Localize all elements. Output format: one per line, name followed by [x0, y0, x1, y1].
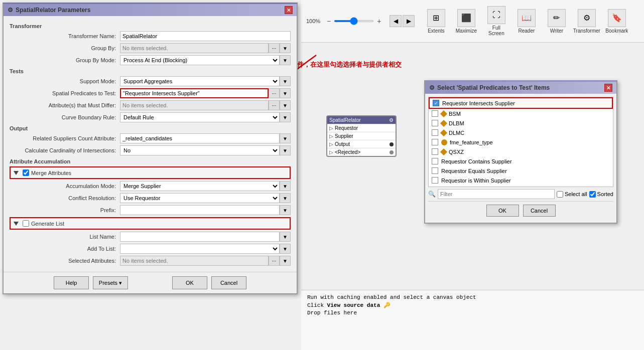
item-checkbox-dlmc[interactable]: [432, 129, 438, 136]
conflict-resolution-down-button[interactable]: ▼: [280, 193, 291, 203]
data-panel-view-source[interactable]: View source data: [327, 302, 380, 308]
accumulation-mode-row: Accumulation Mode: Merge Supplier ▼: [10, 181, 291, 191]
bookmark-button[interactable]: 🔖 Bookmark: [603, 7, 630, 36]
list-item[interactable]: DLBM: [429, 118, 613, 128]
help-button[interactable]: Help: [54, 276, 89, 289]
sub-dialog: ⚙ Select 'Spatial Predicates to Test' It…: [424, 80, 617, 224]
add-to-list-down-button[interactable]: ▼: [280, 244, 291, 254]
group-by-mode-row: Group By Mode: Process At End (Blocking)…: [10, 55, 291, 65]
reader-button[interactable]: 📖 Reader: [512, 7, 540, 36]
item-checkbox-qsxz[interactable]: [432, 148, 438, 155]
writer-button[interactable]: ✏ Writer: [543, 7, 570, 36]
data-panel-key-icon: 🔑: [383, 302, 391, 308]
data-panel-line1: Run with caching enabled and select a ca…: [307, 294, 638, 300]
presets-button[interactable]: Presets ▾: [93, 276, 128, 289]
nav-prev-btn[interactable]: ◀: [390, 15, 402, 27]
selected-attributes-input[interactable]: [120, 256, 269, 266]
dialog-close-button[interactable]: ✕: [285, 6, 293, 14]
accumulation-mode-down-button[interactable]: ▼: [280, 181, 291, 191]
attributes-differ-input[interactable]: [120, 100, 269, 110]
related-suppliers-down-button[interactable]: ▼: [280, 133, 291, 143]
item-label-dlmc: DLMC: [449, 130, 464, 136]
filter-icon: 🔍: [428, 191, 436, 198]
ok-button[interactable]: OK: [172, 276, 207, 289]
group-by-down-button[interactable]: ▼: [280, 43, 291, 53]
list-item[interactable]: DLMC: [429, 128, 613, 137]
curve-boundary-select[interactable]: Default Rule: [120, 112, 280, 122]
attributes-differ-dots-button[interactable]: ···: [269, 100, 280, 110]
transformer-settings-icon[interactable]: ⚙: [389, 117, 394, 123]
transformer-header: SpatialRelator ⚙: [327, 116, 396, 124]
calculate-cardinality-select[interactable]: No: [120, 145, 280, 155]
list-item[interactable]: Requestor Contains Supplier: [429, 156, 613, 166]
transformer-name-input[interactable]: [120, 31, 291, 41]
extents-button[interactable]: ⊞ Extents: [422, 7, 450, 36]
item-checkbox-requestor-intersects[interactable]: ✓: [433, 100, 439, 106]
support-mode-down-button[interactable]: ▼: [280, 76, 291, 86]
selected-attributes-row: Selected Attributes: ··· ▼: [10, 256, 291, 266]
list-item[interactable]: BSM: [429, 109, 613, 118]
item-label-fme: fme_feature_type: [450, 139, 493, 145]
merge-attributes-checkbox[interactable]: [23, 169, 29, 176]
group-by-mode-select[interactable]: Process At End (Blocking): [120, 55, 280, 65]
fullscreen-button[interactable]: ⛶ Full Screen: [482, 4, 510, 38]
zoom-plus-btn[interactable]: +: [376, 17, 382, 25]
selected-attributes-down-button[interactable]: ▼: [280, 256, 291, 266]
list-item[interactable]: Requestor Equals Supplier: [429, 166, 613, 176]
zoom-slider[interactable]: [334, 20, 374, 22]
related-suppliers-input[interactable]: [120, 133, 280, 143]
item-checkbox-touches[interactable]: [432, 187, 438, 187]
group-by-input[interactable]: [120, 43, 269, 53]
cancel-button[interactable]: Cancel: [211, 276, 246, 289]
transformer-button[interactable]: ⚙ Transformer: [573, 7, 600, 36]
spatial-predicates-dots-button[interactable]: ···: [269, 88, 280, 98]
filter-input[interactable]: [438, 189, 555, 199]
list-item[interactable]: QSXZ: [429, 147, 613, 156]
sub-ok-button[interactable]: OK: [486, 205, 519, 217]
nav-next-btn[interactable]: ▶: [403, 15, 415, 27]
spatial-predicates-input[interactable]: [120, 88, 269, 98]
item-checkbox-fme[interactable]: [432, 139, 438, 145]
group-by-mode-down-button[interactable]: ▼: [280, 55, 291, 65]
item-label-equals: Requestor Equals Supplier: [441, 168, 507, 174]
add-to-list-select[interactable]: [120, 244, 280, 254]
conflict-resolution-select[interactable]: Use Requestor: [120, 193, 280, 203]
selected-attributes-dots-button[interactable]: ···: [269, 256, 280, 266]
generate-list-checkbox[interactable]: [23, 220, 29, 227]
sub-dialog-close-button[interactable]: ✕: [604, 84, 612, 92]
calculate-cardinality-down-button[interactable]: ▼: [280, 145, 291, 155]
list-item[interactable]: Requestor Touches Supplier: [429, 185, 613, 187]
item-checkbox-equals[interactable]: [432, 167, 438, 174]
prefix-input[interactable]: [120, 205, 280, 215]
select-all-checkbox[interactable]: [557, 191, 563, 198]
item-checkbox-bsm[interactable]: [432, 110, 438, 117]
curve-boundary-down-button[interactable]: ▼: [280, 112, 291, 122]
list-item[interactable]: ✓ Requestor Intersects Supplier: [429, 97, 613, 109]
accumulation-mode-label: Accumulation Mode:: [10, 183, 120, 189]
prefix-down-button[interactable]: ▼: [280, 205, 291, 215]
bookmark-label: Bookmark: [605, 28, 628, 34]
transformer-node[interactable]: SpatialRelator ⚙ ▷ Requestor ▷ Supplier …: [326, 115, 397, 157]
list-name-down-button[interactable]: ▼: [280, 232, 291, 242]
maximize-button[interactable]: ⬛ Maximize: [452, 7, 480, 36]
add-to-list-label: Add To List:: [10, 246, 120, 252]
sub-cancel-button[interactable]: Cancel: [523, 205, 556, 217]
data-panel-text1: Run with caching enabled and select a ca…: [307, 294, 476, 300]
item-checkbox-dlbm[interactable]: [432, 120, 438, 126]
sorted-checkbox[interactable]: [589, 191, 596, 198]
item-checkbox-within[interactable]: [432, 177, 438, 184]
filter-row: 🔍 Select all Sorted: [428, 187, 613, 201]
item-checkbox-contains[interactable]: [432, 158, 438, 164]
list-item[interactable]: Requestor is Within Supplier: [429, 176, 613, 185]
accumulation-mode-select[interactable]: Merge Supplier: [120, 181, 280, 191]
group-by-mode-label: Group By Mode:: [10, 57, 120, 63]
list-item[interactable]: fme_feature_type: [429, 137, 613, 147]
zoom-minus-btn[interactable]: −: [326, 17, 332, 25]
spatial-predicates-down-button[interactable]: ▼: [280, 88, 291, 98]
group-by-dots-button[interactable]: ···: [269, 43, 280, 53]
support-mode-select[interactable]: Support Aggregates: [120, 76, 280, 86]
list-name-input[interactable]: [120, 232, 280, 242]
zoom-controls: 100% − +: [306, 17, 382, 25]
attributes-differ-down-button[interactable]: ▼: [280, 100, 291, 110]
item-label-within: Requestor is Within Supplier: [441, 178, 511, 184]
